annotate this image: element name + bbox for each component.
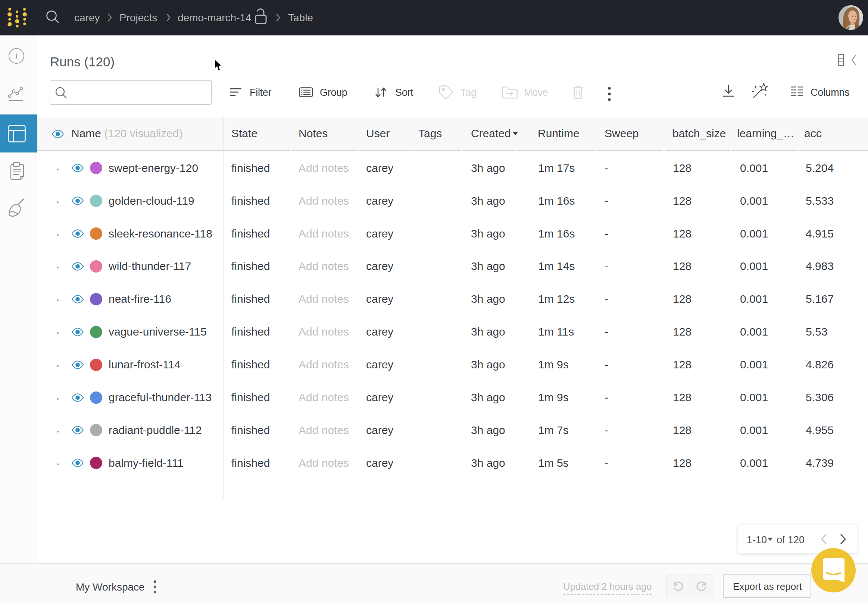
svg-text:i: i — [15, 50, 18, 62]
